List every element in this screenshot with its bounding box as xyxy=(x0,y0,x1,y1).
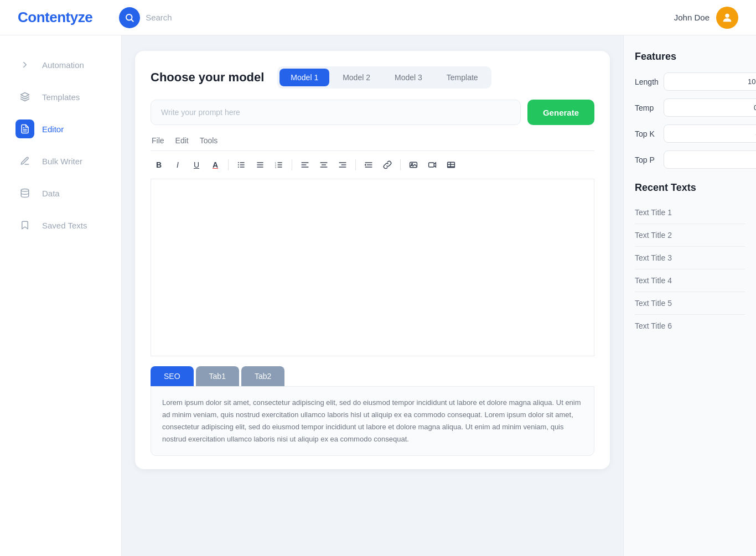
svg-text:3: 3 xyxy=(275,166,277,169)
svg-rect-36 xyxy=(429,163,434,167)
model-tabs: Model 1 Model 2 Model 3 Template xyxy=(277,66,491,89)
sidebar: Automation Templates Editor xyxy=(0,35,122,556)
toolbar-table[interactable] xyxy=(443,157,459,173)
model-tab-template[interactable]: Template xyxy=(436,69,489,86)
main-content: Choose your model Model 1 Model 2 Model … xyxy=(122,35,623,556)
feature-row-topp: Top P xyxy=(635,150,745,169)
bookmark-icon xyxy=(20,220,30,230)
toolbar-link[interactable] xyxy=(379,157,396,173)
model-tab-model3[interactable]: Model 3 xyxy=(384,69,433,86)
sidebar-templates-label: Templates xyxy=(42,92,80,102)
bottom-tab-tab1[interactable]: Tab1 xyxy=(196,366,239,386)
sidebar-item-data[interactable]: Data xyxy=(0,177,121,209)
svg-line-1 xyxy=(132,19,133,21)
toolbar-list-ordered[interactable]: 1 2 3 xyxy=(271,157,287,173)
feature-label-topk: Top K xyxy=(635,129,659,138)
features-title: Features xyxy=(635,51,745,63)
user-name: John Doe xyxy=(674,13,710,22)
toolbar-image[interactable] xyxy=(405,157,422,173)
recent-texts-title: Recent Texts xyxy=(635,182,745,194)
recent-text-item-6[interactable]: Text Title 6 xyxy=(635,315,745,337)
prompt-input[interactable] xyxy=(151,100,521,125)
svg-point-2 xyxy=(725,13,729,17)
toolbar-bold[interactable]: B xyxy=(151,157,167,173)
user-icon xyxy=(721,12,733,24)
data-icon-wrap xyxy=(15,184,34,202)
toolbar-outdent[interactable] xyxy=(360,157,377,173)
feature-input-topp[interactable] xyxy=(664,150,756,169)
list-ordered-icon: 1 2 3 xyxy=(275,160,283,169)
recent-text-item-4[interactable]: Text Title 4 xyxy=(635,269,745,292)
toolbar-sep-4 xyxy=(400,159,401,170)
recent-texts-list: Text Title 1 Text Title 2 Text Title 3 T… xyxy=(635,201,745,337)
editor-toolbar: B I U A xyxy=(151,150,594,179)
feature-input-length[interactable] xyxy=(664,72,756,91)
align-left-icon xyxy=(301,160,309,169)
sidebar-saved-texts-label: Saved Texts xyxy=(42,221,87,230)
model-tab-model1[interactable]: Model 1 xyxy=(279,69,329,86)
sidebar-item-bulk-writer[interactable]: Bulk Writer xyxy=(0,145,121,177)
sidebar-item-templates[interactable]: Templates xyxy=(0,81,121,113)
logo: Contentyze xyxy=(18,9,92,26)
avatar xyxy=(716,7,738,29)
file-menu-edit[interactable]: Edit xyxy=(175,136,189,145)
chevron-right-icon xyxy=(20,60,30,70)
generate-button[interactable]: Generate xyxy=(527,100,594,125)
svg-point-6 xyxy=(21,189,29,192)
sidebar-item-saved-texts[interactable]: Saved Texts xyxy=(0,209,121,241)
feature-label-temp: Temp xyxy=(635,103,659,112)
search-icon-button[interactable] xyxy=(119,7,140,28)
bottom-tab-tab2[interactable]: Tab2 xyxy=(241,366,284,386)
automation-icon-wrap xyxy=(15,55,34,74)
toolbar-italic[interactable]: I xyxy=(169,157,186,173)
list-unordered-icon xyxy=(237,160,246,169)
bottom-tabs: SEO Tab1 Tab2 xyxy=(151,366,594,386)
feature-input-temp[interactable] xyxy=(664,98,756,117)
prompt-row: Generate xyxy=(151,100,594,125)
editor-area[interactable] xyxy=(151,179,594,356)
toolbar-list-unordered[interactable] xyxy=(233,157,250,173)
toolbar-align-center[interactable] xyxy=(315,157,332,173)
search-label[interactable]: Search xyxy=(146,13,172,22)
align-right-icon xyxy=(338,160,347,169)
file-menu-tools[interactable]: Tools xyxy=(200,136,218,145)
list-center-icon xyxy=(256,160,265,169)
toolbar-list-ordered-center[interactable] xyxy=(252,157,268,173)
editor-icon-wrap xyxy=(15,119,34,138)
sidebar-automation-label: Automation xyxy=(42,60,84,70)
bulk-writer-icon-wrap xyxy=(15,152,34,170)
sidebar-item-editor[interactable]: Editor xyxy=(0,113,121,145)
image-icon xyxy=(409,160,418,169)
outdent-icon xyxy=(364,160,373,169)
table-icon xyxy=(447,160,455,169)
svg-marker-3 xyxy=(21,93,29,97)
recent-text-item-5[interactable]: Text Title 5 xyxy=(635,292,745,315)
toolbar-video[interactable] xyxy=(424,157,441,173)
svg-point-11 xyxy=(238,164,239,165)
file-menu: File Edit Tools xyxy=(151,136,594,145)
editor-card: Choose your model Model 1 Model 2 Model … xyxy=(135,51,610,469)
toolbar-align-right[interactable] xyxy=(334,157,351,173)
file-edit-icon xyxy=(20,124,30,134)
recent-text-item-2[interactable]: Text Title 2 xyxy=(635,224,745,247)
search-bar: Search xyxy=(119,7,172,28)
bottom-tab-seo[interactable]: SEO xyxy=(151,366,194,386)
underline-icon: U xyxy=(194,160,199,169)
toolbar-align-left[interactable] xyxy=(297,157,313,173)
toolbar-sep-2 xyxy=(292,159,292,170)
file-menu-file[interactable]: File xyxy=(152,136,164,145)
svg-point-12 xyxy=(238,167,239,168)
link-icon xyxy=(383,160,392,169)
feature-label-topp: Top P xyxy=(635,155,659,164)
toolbar-sep-3 xyxy=(355,159,356,170)
toolbar-underline[interactable]: U xyxy=(188,157,205,173)
feature-input-topk[interactable] xyxy=(664,124,756,143)
recent-text-item-3[interactable]: Text Title 3 xyxy=(635,247,745,269)
recent-text-item-1[interactable]: Text Title 1 xyxy=(635,201,745,224)
toolbar-font-color[interactable]: A xyxy=(207,157,224,173)
sidebar-item-automation[interactable]: Automation xyxy=(0,49,121,81)
sidebar-editor-label: Editor xyxy=(42,124,64,134)
database-icon xyxy=(20,188,30,198)
model-tab-model2[interactable]: Model 2 xyxy=(332,69,381,86)
layers-icon xyxy=(20,92,30,102)
